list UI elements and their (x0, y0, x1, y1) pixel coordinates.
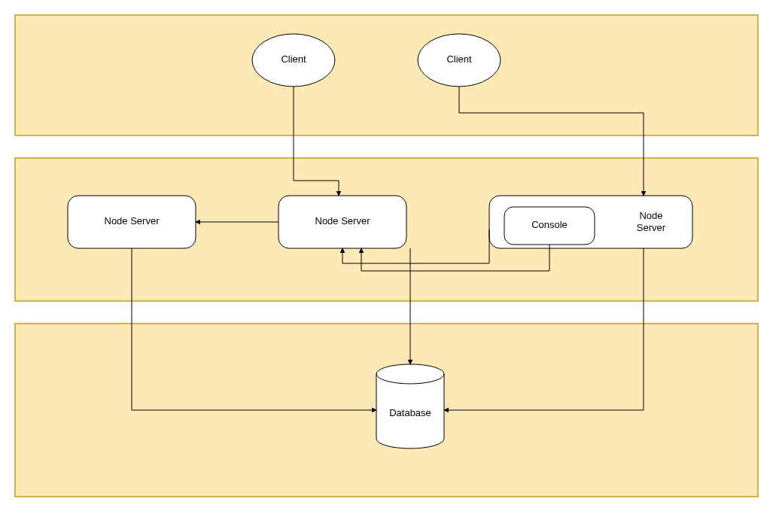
node-server-right: Node Server Console (489, 196, 692, 248)
client-right-node: Client (418, 34, 501, 87)
database-node: Database (376, 364, 444, 448)
client-tier (15, 15, 758, 135)
node-server-left: Node Server (68, 196, 196, 248)
svg-rect-0 (15, 15, 758, 135)
architecture-diagram: Client Client Node Server Node Server No… (0, 0, 773, 532)
database-label: Database (389, 407, 431, 418)
node-server-right-label-line2: Server (637, 222, 666, 233)
node-server-mid-label: Node Server (315, 215, 371, 226)
client-left-node: Client (252, 34, 335, 87)
console-node: Console (504, 207, 595, 245)
client-left-label: Client (281, 53, 306, 65)
node-server-left-label: Node Server (105, 215, 160, 226)
node-server-right-label-line1: Node (639, 210, 662, 221)
client-right-label: Client (446, 53, 472, 65)
node-server-mid: Node Server (278, 196, 406, 248)
console-label: Console (531, 219, 568, 230)
